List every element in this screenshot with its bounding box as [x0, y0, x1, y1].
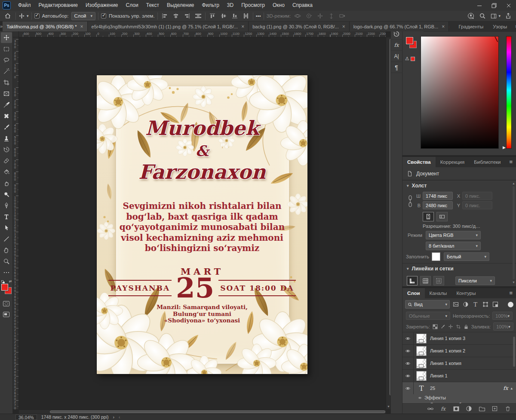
tool-hand-icon[interactable]: [1, 245, 12, 255]
ruler-origin-corner[interactable]: [13, 31, 19, 37]
filter-smart-objects-icon[interactable]: [491, 300, 499, 309]
layers-scrollbar[interactable]: [512, 332, 516, 404]
filter-pixel-layers-icon[interactable]: [452, 300, 460, 309]
layer-visibility-icon[interactable]: [402, 370, 414, 382]
tool-line-icon[interactable]: [1, 233, 12, 244]
minimize-button[interactable]: [472, 0, 487, 11]
lock-transparent-icon[interactable]: [433, 322, 438, 331]
properties-tab-Библиотеки[interactable]: Библиотеки: [469, 157, 505, 167]
layer-style-icon[interactable]: fx: [439, 405, 447, 413]
canvas-section-header[interactable]: ▾Холст: [402, 180, 516, 190]
menu-5[interactable]: Выделение: [163, 0, 198, 11]
menu-0[interactable]: Файл: [14, 0, 35, 11]
color-field[interactable]: ╲: [421, 36, 499, 149]
layers-tab-Слои[interactable]: Слои: [402, 288, 425, 298]
menu-7[interactable]: 3D: [223, 0, 237, 11]
tool-eyedropper-icon[interactable]: [1, 99, 12, 110]
color-tab-Градиенты[interactable]: Градиенты: [454, 21, 488, 32]
width-field[interactable]: 1748 пикс: [423, 192, 453, 200]
home-icon[interactable]: [3, 12, 13, 19]
lock-artboard-icon[interactable]: [456, 322, 461, 331]
link-layers-icon[interactable]: [426, 405, 434, 413]
account-icon[interactable]: [467, 12, 475, 20]
opacity-field[interactable]: 100%▾: [492, 312, 513, 320]
landscape-orientation-button[interactable]: [436, 212, 448, 221]
status-expand-icon[interactable]: ›: [113, 414, 114, 420]
paragraph-panel-icon[interactable]: ¶: [391, 62, 402, 73]
quick-mask-icon[interactable]: [1, 298, 12, 309]
layer-name[interactable]: Линия 1: [430, 373, 448, 378]
blend-mode-select[interactable]: Обычные▾: [406, 312, 450, 320]
lock-pixels-icon[interactable]: [440, 322, 445, 331]
lock-all-icon[interactable]: [464, 322, 469, 331]
layers-tab-Контуры[interactable]: Контуры: [452, 288, 480, 298]
align-top-icon[interactable]: [208, 12, 217, 20]
status-collapse-icon[interactable]: ‹: [119, 414, 120, 420]
layer-row-25[interactable]: T25fx▴: [402, 382, 516, 394]
document-tab-2[interactable]: backg (1).png @ 30.3% (Слой 0, RGB/...×: [249, 21, 350, 31]
tool-stamp-icon[interactable]: [1, 133, 12, 144]
document-tab-0[interactable]: Taklifnoma.psd @ 36% (RGB/8) *×: [3, 21, 87, 31]
layer-thumbnail[interactable]: [416, 359, 427, 368]
properties-tab-Свойства[interactable]: Свойства: [402, 157, 436, 167]
layer-row-Линия 1 копия[interactable]: Линия 1 копия: [402, 357, 516, 370]
canvas-pasteboard[interactable]: Murodbek & Farzonaxon Sevgimizni nikoh r…: [19, 37, 386, 409]
tool-dodge-icon[interactable]: [1, 189, 12, 199]
tool-healing-icon[interactable]: [1, 110, 12, 121]
fill-color-swatch[interactable]: [432, 252, 440, 261]
distribute-vertical-icon[interactable]: [242, 12, 250, 20]
menu-10[interactable]: Справка: [289, 0, 316, 11]
foreground-color-swatch[interactable]: [406, 37, 413, 44]
document-tab-1[interactable]: e5r4bj6q3ng8tunhmml53r30mh (1) (1).png @…: [88, 21, 249, 31]
gamut-warning[interactable]: ⚠: [405, 56, 415, 61]
move-tool-preset-icon[interactable]: ▾: [18, 13, 29, 19]
align-left-icon[interactable]: [160, 12, 169, 20]
layer-row-Линия 1 копия 3[interactable]: Линия 1 копия 3: [402, 332, 516, 345]
filter-adjustment-layers-icon[interactable]: [461, 300, 470, 309]
more-options-icon[interactable]: •••: [256, 13, 261, 18]
layer-visibility-icon[interactable]: [402, 345, 414, 357]
tab-close-icon[interactable]: ×: [241, 24, 244, 30]
layer-filter-select[interactable]: Вид▾: [405, 300, 450, 309]
color-mode-select[interactable]: Цвета RGB▾: [426, 231, 481, 239]
layer-fx-icon[interactable]: fx: [503, 385, 508, 391]
layer-thumbnail[interactable]: [416, 371, 427, 381]
autoselect-target-select[interactable]: Слой ▾: [71, 12, 96, 20]
menu-6[interactable]: Фильтр: [198, 0, 223, 11]
tool-eraser-icon[interactable]: [1, 155, 12, 166]
tool-type-icon[interactable]: [1, 211, 12, 222]
layer-name[interactable]: Линия 1 копия 3: [430, 336, 465, 341]
search-icon[interactable]: [479, 12, 486, 19]
hue-slider[interactable]: [506, 36, 512, 149]
layer-thumbnail[interactable]: [416, 334, 427, 343]
layer-name[interactable]: Линия 1 копия 2: [430, 348, 465, 353]
layer-visibility-icon[interactable]: [402, 382, 414, 394]
fill-field[interactable]: 100%▾: [493, 322, 513, 331]
layers-panel-menu-icon[interactable]: ≡: [506, 288, 516, 298]
filtering-toggle[interactable]: [508, 302, 513, 307]
zoom-level-field[interactable]: 36.04%: [15, 414, 37, 420]
menu-9[interactable]: Окно: [269, 0, 289, 11]
tool-pen-icon[interactable]: [1, 200, 12, 211]
layers-tab-Каналы[interactable]: Каналы: [425, 288, 452, 298]
tab-close-icon[interactable]: ×: [342, 24, 345, 30]
delete-layer-icon[interactable]: [504, 405, 512, 413]
align-right-icon[interactable]: [183, 12, 191, 20]
document-tab-3[interactable]: logo-dark.png @ 66.7% (Слой 1, RGB...×: [350, 21, 449, 31]
lock-position-icon[interactable]: [448, 322, 453, 331]
layer-visibility-icon[interactable]: [402, 357, 414, 369]
link-dimensions-icon[interactable]: [408, 195, 413, 208]
layer-row-Линия 1 копия 2[interactable]: Линия 1 копия 2: [402, 345, 516, 357]
rulers-toggle-icon[interactable]: [407, 276, 418, 285]
show-transform-controls-checkbox[interactable]: [101, 13, 106, 18]
styles-panel-icon[interactable]: fx: [391, 40, 402, 51]
x-field[interactable]: 0 пикс.: [462, 192, 492, 200]
fill-select[interactable]: Белый▾: [444, 252, 489, 261]
adjustment-layer-icon[interactable]: [465, 405, 473, 413]
swap-colors-icon[interactable]: ⇄: [9, 279, 12, 283]
tool-bucket-icon[interactable]: [1, 166, 12, 177]
align-bottom-icon[interactable]: [230, 12, 239, 20]
tool-crop-icon[interactable]: [1, 77, 12, 88]
menu-1[interactable]: Редактирование: [35, 0, 82, 11]
height-field[interactable]: 2480 пикс: [423, 201, 453, 209]
